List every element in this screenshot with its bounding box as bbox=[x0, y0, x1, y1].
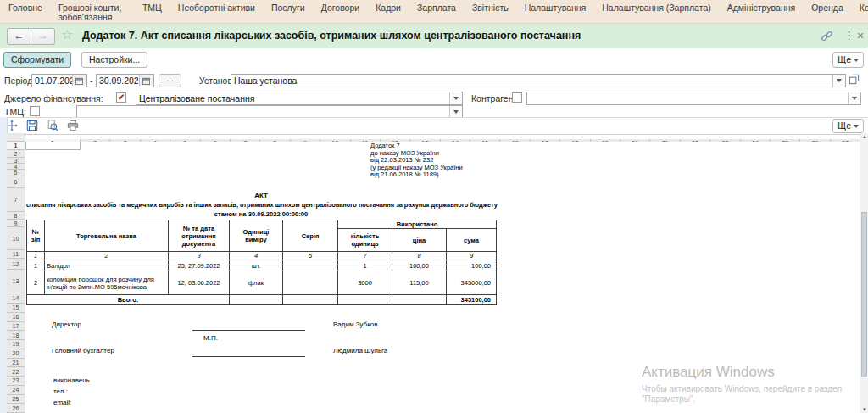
funding-source-value: Централізоване постачання bbox=[139, 93, 254, 103]
col-group-header: Використано bbox=[338, 220, 497, 229]
calendar-icon[interactable] bbox=[72, 75, 86, 86]
menu-item[interactable]: Налаштування (Зарплата) bbox=[602, 3, 710, 13]
print-preview-icon[interactable] bbox=[45, 119, 59, 132]
index-cell: 5 bbox=[283, 252, 338, 260]
chevron-down-icon[interactable] bbox=[449, 106, 462, 118]
menu-item[interactable]: Коннектор bbox=[860, 3, 868, 13]
funding-source-checkbox[interactable]: ✔ bbox=[116, 92, 126, 103]
org-select[interactable]: Наша установа bbox=[231, 74, 846, 87]
menu-item[interactable]: Зарплата bbox=[417, 3, 456, 13]
phone-label: тел.: bbox=[53, 388, 68, 395]
windows-activation-watermark: Активация Windows bbox=[642, 364, 775, 381]
cell-unit: шт. bbox=[230, 260, 283, 271]
index-cell: 7 bbox=[338, 252, 392, 260]
cell-series bbox=[283, 271, 338, 295]
page-title: Додаток 7. Акт списання лікарських засоб… bbox=[82, 30, 581, 42]
generate-button[interactable]: Сформувати bbox=[3, 52, 71, 68]
menu-item[interactable]: Договори bbox=[321, 3, 360, 13]
menu-item[interactable]: Грошові кошти, зобов'язання bbox=[58, 3, 126, 22]
sheet-more-label: Ще bbox=[837, 120, 851, 131]
cell-qty: 3000 bbox=[338, 271, 392, 295]
menu-item[interactable]: Адміністрування bbox=[727, 3, 795, 13]
col-header: Торговельна назва bbox=[45, 220, 169, 252]
menu-item[interactable]: Кадри bbox=[376, 3, 401, 13]
save-icon[interactable] bbox=[25, 119, 39, 132]
print-icon[interactable] bbox=[65, 119, 80, 132]
more-dots-icon[interactable]: ⋮ bbox=[843, 29, 854, 42]
tmc-checkbox[interactable] bbox=[30, 106, 40, 116]
table-row: 2 коломіцин порошок для розчину для ін'є… bbox=[27, 271, 497, 295]
funding-source-select[interactable]: Централізоване постачання bbox=[136, 92, 463, 105]
period-options-button[interactable]: ... bbox=[159, 74, 181, 87]
total-row: Вього: 345100,00 bbox=[27, 295, 497, 305]
sheet-corner-cell[interactable] bbox=[7, 133, 25, 142]
period-from-input[interactable]: 01.07.2022 bbox=[31, 74, 87, 87]
menu-item[interactable]: Головне bbox=[8, 3, 42, 13]
forward-button[interactable]: → bbox=[31, 28, 55, 45]
report-title-bar: ← → ☆ Додаток 7. Акт списання лікарських… bbox=[0, 24, 868, 49]
link-icon[interactable] bbox=[821, 31, 832, 44]
order-reference-block: Додаток 7 до наказу МОЗ України від 22.0… bbox=[370, 142, 463, 179]
chevron-down-icon[interactable] bbox=[449, 92, 462, 104]
index-cell: 8 bbox=[392, 252, 447, 260]
table-row: 1 Валідол 25, 27.09.2022 шт. 1 100,00 10… bbox=[27, 260, 497, 271]
scroll-up-icon[interactable]: ▲ bbox=[860, 134, 868, 139]
cell-series bbox=[283, 260, 338, 271]
scrollbar-thumb[interactable] bbox=[861, 212, 867, 377]
org-value: Наша установа bbox=[234, 75, 297, 86]
vertical-scrollbar[interactable]: ▲ ▼ bbox=[860, 133, 868, 413]
chevron-down-icon[interactable] bbox=[832, 75, 845, 87]
menu-item[interactable]: Звітність bbox=[472, 3, 509, 13]
command-bar: Сформувати Настройки... Ще bbox=[0, 48, 868, 71]
close-icon[interactable]: × bbox=[857, 29, 864, 42]
email-label: email: bbox=[53, 399, 71, 406]
more-button-label: Ще bbox=[837, 54, 851, 64]
col-header: Одиниці виміру bbox=[230, 220, 283, 252]
windows-activation-hint: Чтобы активировать Windows, перейдите в … bbox=[642, 384, 842, 393]
app-window: ГоловнеГрошові кошти, зобов'язанняТМЦНео… bbox=[0, 0, 868, 413]
cell-doc: 12, 03.06.2022 bbox=[169, 271, 230, 295]
index-cell: 3 bbox=[169, 252, 230, 260]
index-cell: 2 bbox=[45, 252, 169, 260]
more-button[interactable]: Ще bbox=[832, 52, 864, 68]
cell-doc: 25, 27.09.2022 bbox=[169, 260, 230, 271]
period-dash: - bbox=[90, 75, 93, 87]
main-menu-bar: ГоловнеГрошові кошти, зобов'язанняТМЦНео… bbox=[0, 0, 868, 24]
cell-unit: флак bbox=[230, 271, 283, 295]
total-label: Вього: bbox=[27, 295, 230, 305]
sheet-more-button[interactable]: Ще bbox=[832, 119, 864, 133]
org-open-icon[interactable] bbox=[849, 74, 861, 87]
index-cell: 9 bbox=[447, 252, 497, 260]
nav-buttons: ← → bbox=[7, 28, 55, 45]
cell-price: 100,00 bbox=[392, 260, 447, 271]
chevron-down-icon[interactable] bbox=[848, 92, 860, 104]
director-name: Вадим Зубков bbox=[333, 321, 377, 328]
cell-num: 1 bbox=[27, 260, 45, 271]
signature-line bbox=[192, 355, 305, 357]
cell-num: 2 bbox=[27, 271, 45, 295]
period-to-input[interactable]: 30.09.2022 bbox=[96, 74, 154, 87]
counterparty-checkbox[interactable] bbox=[512, 92, 522, 103]
filter-panel: Період: 01.07.2022 - 30.09.2022 ... Уста… bbox=[0, 71, 868, 117]
cell-sum: 345000,00 bbox=[447, 271, 497, 295]
counterparty-select[interactable] bbox=[526, 92, 861, 105]
menu-item[interactable]: Послуги bbox=[271, 3, 305, 13]
menu-item[interactable]: Оренда bbox=[811, 3, 843, 13]
sheet-toolbar: Ще bbox=[0, 117, 868, 135]
menu-item[interactable]: Необоротні активи bbox=[178, 3, 255, 13]
cell-price: 115,00 bbox=[392, 271, 447, 295]
scroll-down-icon[interactable]: ▼ bbox=[860, 407, 868, 412]
back-button[interactable]: ← bbox=[7, 28, 31, 45]
accountant-name: Людмила Шульга bbox=[333, 347, 387, 354]
menu-item[interactable]: Налаштування bbox=[525, 3, 587, 13]
cell-sum: 100,00 bbox=[447, 260, 497, 271]
accountant-label: Головний бухгалтер bbox=[52, 347, 114, 354]
menu-item[interactable]: ТМЦ bbox=[142, 3, 162, 13]
favorite-star-icon[interactable]: ☆ bbox=[61, 26, 73, 42]
total-sum: 345100,00 bbox=[447, 295, 497, 305]
calendar-icon[interactable] bbox=[139, 75, 153, 86]
signature-line bbox=[192, 329, 305, 331]
settings-button[interactable]: Настройки... bbox=[81, 52, 147, 68]
col-subheader: сума bbox=[447, 229, 497, 252]
col-subheader: кількість одиниць bbox=[338, 229, 392, 252]
